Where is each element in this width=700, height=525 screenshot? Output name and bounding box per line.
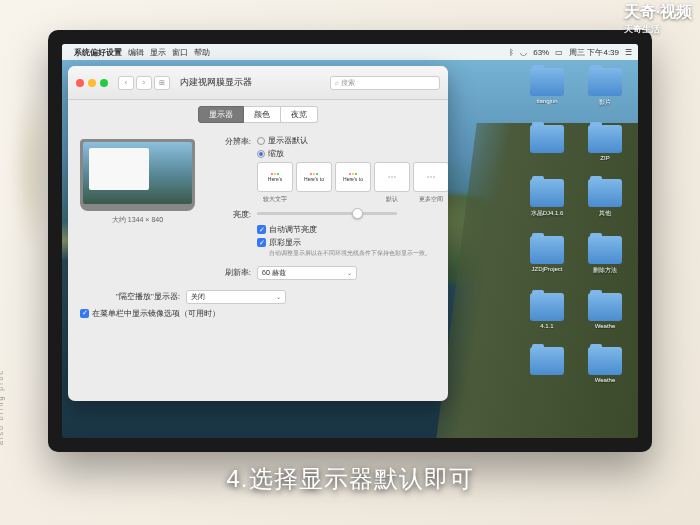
radio-default[interactable]: 显示器默认 — [257, 135, 448, 146]
window-title: 内建视网膜显示器 — [180, 76, 252, 89]
monitor-frame: 系统偏好设置 编辑 显示 窗口 帮助 ᛒ ◡ 63% ▭ 周三 下午4:39 ☰… — [48, 30, 652, 452]
display-preview: 大约 1344 × 840 — [80, 135, 195, 284]
battery-percent[interactable]: 63% — [533, 48, 549, 57]
desktop-folder[interactable]: 其他 — [580, 179, 630, 218]
resolution-label: 分辨率: — [207, 135, 251, 147]
app-name[interactable]: 系统偏好设置 — [74, 47, 122, 58]
desktop-folder[interactable]: 删除方法 — [580, 236, 630, 275]
forward-button[interactable]: › — [136, 76, 152, 90]
menu-edit[interactable]: 编辑 — [128, 47, 144, 58]
macbook-preview — [80, 139, 195, 211]
mirror-checkbox[interactable]: ✓在菜单栏中显示镜像选项（可用时） — [80, 308, 220, 319]
clock[interactable]: 周三 下午4:39 — [569, 47, 619, 58]
tab-color[interactable]: 颜色 — [244, 106, 281, 123]
search-icon: ⌕ — [335, 79, 339, 86]
menubar: 系统偏好设置 编辑 显示 窗口 帮助 ᛒ ◡ 63% ▭ 周三 下午4:39 ☰ — [62, 44, 638, 60]
menu-window[interactable]: 窗口 — [172, 47, 188, 58]
traffic-lights — [76, 79, 108, 87]
settings-panel: 分辨率: 显示器默认 缩放 Here's Here's to Here's to — [207, 135, 448, 284]
desktop-folder[interactable]: Weathe — [580, 293, 630, 329]
airplay-select[interactable]: 关闭⌄ — [186, 290, 286, 304]
truetone-hint: 自动调整显示屏以在不同环境光线条件下保持色彩显示一致。 — [269, 250, 448, 258]
desktop-folder[interactable]: 水晶DJ4.1.6 — [522, 179, 572, 218]
res-label-default: 默认 — [374, 195, 410, 204]
res-opt-larger[interactable]: Here's — [257, 162, 293, 192]
display-prefs-window: ‹ › ⊞ 内建视网膜显示器 ⌕ 搜索 显示器 颜色 夜览 — [68, 66, 448, 401]
titlebar: ‹ › ⊞ 内建视网膜显示器 ⌕ 搜索 — [68, 66, 448, 100]
res-opt-2[interactable]: Here's to — [296, 162, 332, 192]
tutorial-caption: 4.选择显示器默认即可 — [0, 463, 700, 495]
resolution-options: Here's Here's to Here's to — [257, 162, 448, 192]
radio-scaled[interactable]: 缩放 — [257, 148, 448, 159]
tab-display[interactable]: 显示器 — [198, 106, 244, 123]
desktop-folder[interactable]: 影片 — [580, 68, 630, 107]
desktop-folder[interactable]: ZIP — [580, 125, 630, 161]
side-decor-text: also bring proc — [0, 369, 4, 445]
minimize-button[interactable] — [88, 79, 96, 87]
menu-help[interactable]: 帮助 — [194, 47, 210, 58]
search-field[interactable]: ⌕ 搜索 — [330, 76, 440, 90]
slider-thumb[interactable] — [352, 208, 363, 219]
battery-icon[interactable]: ▭ — [555, 48, 563, 57]
wifi-icon[interactable]: ◡ — [520, 48, 527, 57]
desktop-folder[interactable] — [522, 347, 572, 383]
airplay-label: "隔空播放"显示器: — [80, 290, 180, 302]
tab-bar: 显示器 颜色 夜览 — [68, 100, 448, 129]
watermark: 天奇·视频 天奇生活 — [624, 2, 692, 36]
grid-button[interactable]: ⊞ — [154, 76, 170, 90]
desktop-folder[interactable]: JZDjProject — [522, 236, 572, 275]
auto-brightness-checkbox[interactable]: ✓自动调节亮度 — [257, 224, 448, 235]
res-label-larger: 较大文字 — [257, 195, 293, 204]
back-button[interactable]: ‹ — [118, 76, 134, 90]
menu-view[interactable]: 显示 — [150, 47, 166, 58]
brightness-label: 亮度: — [207, 208, 251, 220]
desktop-folder[interactable] — [522, 125, 572, 161]
refresh-label: 刷新率: — [207, 266, 251, 278]
res-label-more: 更多空间 — [413, 195, 448, 204]
desktop-folder[interactable]: 4.1.1 — [522, 293, 572, 329]
brightness-slider[interactable] — [257, 212, 397, 215]
bluetooth-icon[interactable]: ᛒ — [509, 48, 514, 57]
spotlight-icon[interactable]: ☰ — [625, 48, 632, 57]
res-opt-3[interactable]: Here's to — [335, 162, 371, 192]
desktop-screen: 系统偏好设置 编辑 显示 窗口 帮助 ᛒ ◡ 63% ▭ 周三 下午4:39 ☰… — [62, 44, 638, 438]
desktop-icons: tiangjun 影片 ZIP 水晶DJ4.1.6 其他 JZDjProject… — [522, 68, 630, 383]
res-opt-default[interactable] — [374, 162, 410, 192]
desktop-folder[interactable]: tiangjun — [522, 68, 572, 107]
zoom-button[interactable] — [100, 79, 108, 87]
chevron-down-icon: ⌄ — [276, 293, 281, 300]
chevron-down-icon: ⌄ — [347, 269, 352, 276]
close-button[interactable] — [76, 79, 84, 87]
resolution-readout: 大约 1344 × 840 — [80, 215, 195, 225]
desktop-folder[interactable]: Weathe — [580, 347, 630, 383]
search-placeholder: 搜索 — [341, 78, 355, 88]
refresh-select[interactable]: 60 赫兹⌄ — [257, 266, 357, 280]
tab-nightshift[interactable]: 夜览 — [281, 106, 318, 123]
nav-buttons: ‹ › ⊞ — [118, 76, 170, 90]
res-opt-more[interactable] — [413, 162, 448, 192]
truetone-checkbox[interactable]: ✓原彩显示 — [257, 237, 448, 248]
